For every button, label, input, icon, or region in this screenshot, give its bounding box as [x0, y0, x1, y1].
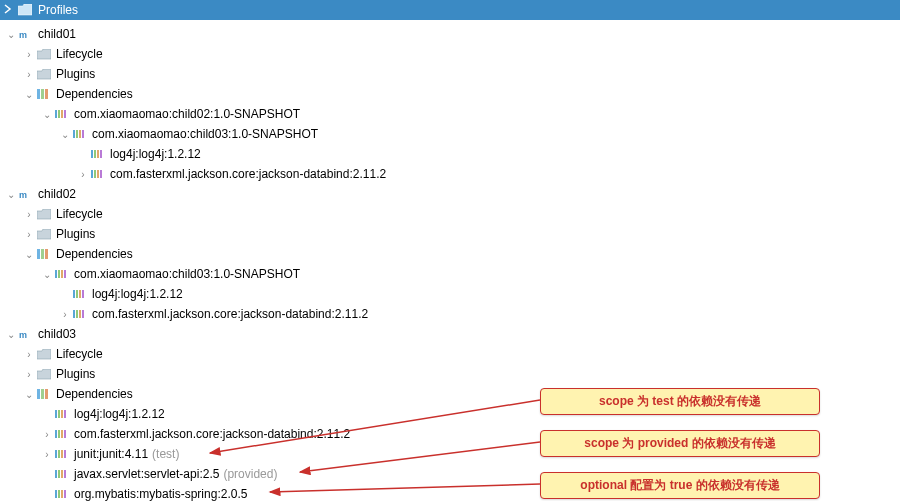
node-label: Lifecycle — [56, 207, 103, 221]
svg-rect-11 — [79, 130, 81, 138]
expand-toggle[interactable]: ⌄ — [22, 89, 36, 100]
svg-rect-2 — [37, 89, 40, 99]
dependency-label: log4j:log4j:1.2.12 — [110, 147, 201, 161]
dependency-icon — [90, 147, 106, 161]
dependency-icon — [90, 167, 106, 181]
dependency-log4j[interactable]: › log4j:log4j:1.2.12 — [0, 144, 900, 164]
svg-rect-7 — [61, 110, 63, 118]
svg-text:m: m — [19, 190, 27, 200]
expand-toggle[interactable]: › — [76, 169, 90, 180]
plugins-node[interactable]: › Plugins — [0, 64, 900, 84]
svg-rect-4 — [45, 89, 48, 99]
dependency-icon — [72, 287, 88, 301]
plugins-node[interactable]: › Plugins — [0, 364, 900, 384]
dependency-child03-nested[interactable]: ⌄ com.xiaomaomao:child03:1.0-SNAPSHOT — [0, 124, 900, 144]
dependency-jackson[interactable]: › com.fasterxml.jackson.core:jackson-dat… — [0, 164, 900, 184]
svg-rect-18 — [94, 170, 96, 178]
dependency-icon — [54, 407, 70, 421]
dependency-icon — [54, 467, 70, 481]
svg-rect-25 — [55, 270, 57, 278]
node-label: Plugins — [56, 67, 95, 81]
module-child02[interactable]: ⌄ m child02 — [0, 184, 900, 204]
expand-toggle[interactable]: › — [22, 349, 36, 360]
dependencies-node[interactable]: ⌄ Dependencies — [0, 84, 900, 104]
expand-toggle[interactable]: › — [40, 449, 54, 460]
expand-toggle[interactable]: ⌄ — [58, 129, 72, 140]
dependency-log4j[interactable]: › log4j:log4j:1.2.12 — [0, 284, 900, 304]
dependency-icon — [54, 487, 70, 501]
chevron-right-icon[interactable] — [4, 3, 12, 17]
maven-module-icon: m — [18, 27, 34, 41]
dependency-icon — [54, 267, 70, 281]
svg-rect-38 — [37, 389, 40, 399]
svg-rect-46 — [58, 430, 60, 438]
expand-toggle[interactable]: ⌄ — [40, 109, 54, 120]
svg-rect-60 — [64, 490, 66, 498]
lifecycle-node[interactable]: › Lifecycle — [0, 44, 900, 64]
dependency-child03[interactable]: ⌄ com.xiaomaomao:child03:1.0-SNAPSHOT — [0, 264, 900, 284]
lifecycle-node[interactable]: › Lifecycle — [0, 204, 900, 224]
header-title: Profiles — [38, 3, 78, 17]
maven-module-icon: m — [18, 327, 34, 341]
expand-toggle[interactable]: › — [22, 209, 36, 220]
callout-text: scope 为 test 的依赖没有传递 — [599, 394, 761, 408]
expand-toggle[interactable]: › — [40, 429, 54, 440]
module-child01[interactable]: ⌄ m child01 — [0, 24, 900, 44]
expand-toggle[interactable]: ⌄ — [22, 249, 36, 260]
svg-rect-13 — [91, 150, 93, 158]
header-bar: Profiles — [0, 0, 900, 20]
svg-rect-43 — [61, 410, 63, 418]
folder-icon — [36, 227, 52, 241]
svg-rect-55 — [61, 470, 63, 478]
dependencies-node[interactable]: ⌄ Dependencies — [0, 244, 900, 264]
dependencies-icon — [36, 87, 52, 101]
dependency-label: log4j:log4j:1.2.12 — [74, 407, 165, 421]
svg-rect-40 — [45, 389, 48, 399]
expand-toggle[interactable]: ⌄ — [22, 389, 36, 400]
svg-rect-29 — [73, 290, 75, 298]
dependency-child02[interactable]: ⌄ com.xiaomaomao:child02:1.0-SNAPSHOT — [0, 104, 900, 124]
svg-rect-6 — [58, 110, 60, 118]
node-label: Lifecycle — [56, 47, 103, 61]
plugins-node[interactable]: › Plugins — [0, 224, 900, 244]
svg-rect-31 — [79, 290, 81, 298]
svg-rect-20 — [100, 170, 102, 178]
svg-rect-12 — [82, 130, 84, 138]
dependency-label: com.xiaomaomao:child03:1.0-SNAPSHOT — [92, 127, 318, 141]
dependency-jackson[interactable]: › com.fasterxml.jackson.core:jackson-dat… — [0, 304, 900, 324]
maven-tree: ⌄ m child01 › Lifecycle › Plugins ⌄ Depe… — [0, 20, 900, 501]
svg-rect-42 — [58, 410, 60, 418]
dependency-label: junit:junit:4.11 — [74, 447, 148, 461]
svg-rect-44 — [64, 410, 66, 418]
expand-toggle[interactable]: › — [22, 229, 36, 240]
svg-rect-33 — [73, 310, 75, 318]
folder-icon — [36, 347, 52, 361]
svg-rect-49 — [55, 450, 57, 458]
svg-rect-24 — [45, 249, 48, 259]
folder-icon — [36, 207, 52, 221]
dependency-icon — [54, 447, 70, 461]
module-child03[interactable]: ⌄ m child03 — [0, 324, 900, 344]
expand-toggle[interactable]: ⌄ — [4, 29, 18, 40]
callout-test-scope: scope 为 test 的依赖没有传递 — [540, 388, 820, 415]
svg-rect-26 — [58, 270, 60, 278]
svg-rect-5 — [55, 110, 57, 118]
svg-rect-36 — [82, 310, 84, 318]
expand-toggle[interactable]: › — [22, 369, 36, 380]
svg-rect-34 — [76, 310, 78, 318]
expand-toggle[interactable]: ⌄ — [4, 189, 18, 200]
svg-rect-35 — [79, 310, 81, 318]
svg-rect-30 — [76, 290, 78, 298]
expand-toggle[interactable]: › — [22, 49, 36, 60]
lifecycle-node[interactable]: › Lifecycle — [0, 344, 900, 364]
expand-toggle[interactable]: ⌄ — [40, 269, 54, 280]
svg-rect-48 — [64, 430, 66, 438]
node-label: Lifecycle — [56, 347, 103, 361]
module-label: child01 — [38, 27, 76, 41]
maven-module-icon: m — [18, 187, 34, 201]
dependency-label: com.fasterxml.jackson.core:jackson-datab… — [110, 167, 386, 181]
scope-label: (provided) — [223, 467, 277, 481]
expand-toggle[interactable]: › — [58, 309, 72, 320]
expand-toggle[interactable]: ⌄ — [4, 329, 18, 340]
expand-toggle[interactable]: › — [22, 69, 36, 80]
